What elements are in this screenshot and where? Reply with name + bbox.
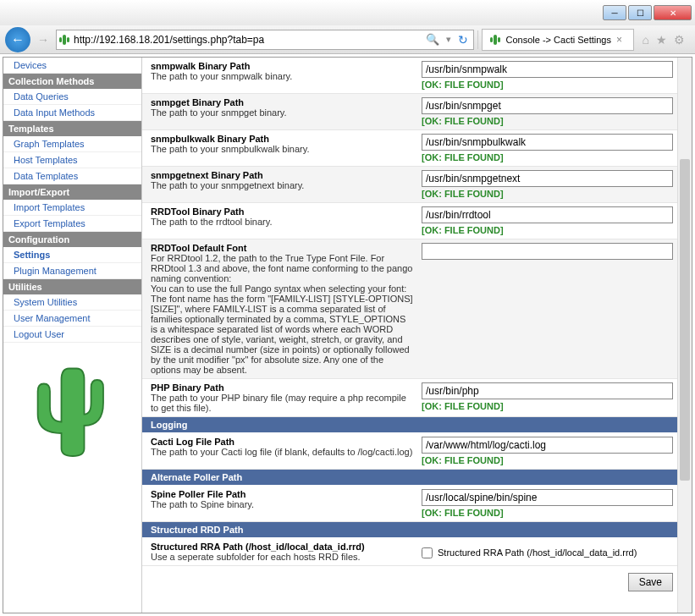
setting-text-input[interactable] [422,134,673,151]
window-titlebar: ─ ☐ ✕ [0,0,695,25]
sidebar-item-data-queries[interactable]: Data Queries [3,89,141,105]
sidebar-item-graph-templates[interactable]: Graph Templates [3,136,141,152]
browser-toolbar: ← → 🔍 ▾ ↻ Console -> Cacti Settings × ⌂ … [0,25,695,54]
section-header: Alternate Poller Path [142,470,681,486]
sidebar-item-export-templates[interactable]: Export Templates [3,216,141,232]
sidebar-header: Import/Export [3,184,141,200]
sidebar-item-import-templates[interactable]: Import Templates [3,200,141,216]
setting-label: snmpget Binary PathThe path to your snmp… [151,97,422,126]
window-maximize-button[interactable]: ☐ [628,5,652,20]
main-content: snmpwalk Binary PathThe path to your snm… [142,58,692,613]
toolbar-divider [477,30,478,49]
tab-title: Console -> Cacti Settings [506,35,611,45]
sidebar-header: Configuration [3,232,141,247]
sidebar-header: Templates [3,121,141,136]
status-ok-message: [OK: FILE FOUND] [422,508,673,518]
refresh-icon[interactable]: ↻ [455,33,472,47]
vertical-scrollbar[interactable] [677,58,692,613]
setting-input-cell: [OK: FILE FOUND] [422,206,673,235]
setting-text-input[interactable] [422,97,673,114]
sidebar-header: Utilities [3,279,141,294]
setting-label: Structured RRA Path (/host_id/local_data… [151,542,422,562]
tools-icon[interactable]: ⚙ [674,33,685,47]
status-ok-message: [OK: FILE FOUND] [422,189,673,199]
window-minimize-button[interactable]: ─ [603,5,626,20]
window-close-button[interactable]: ✕ [654,5,692,20]
site-favicon-icon [58,33,70,47]
setting-text-input[interactable] [422,206,673,223]
setting-text-input[interactable] [422,61,673,78]
structured-rra-checkbox[interactable] [422,547,433,558]
forward-button[interactable]: → [34,30,52,49]
setting-input-cell: [OK: FILE FOUND] [422,134,673,162]
status-ok-message: [OK: FILE FOUND] [422,401,673,411]
setting-row: PHP Binary PathThe path to your PHP bina… [142,379,681,417]
setting-row: snmpbulkwalk Binary PathThe path to your… [142,130,681,167]
setting-row: snmpwalk Binary PathThe path to your snm… [142,58,681,94]
url-input[interactable] [74,34,419,46]
status-ok-message: [OK: FILE FOUND] [422,225,673,235]
sidebar-item-host-templates[interactable]: Host Templates [3,152,141,168]
sidebar-header: Collection Methods [3,74,141,89]
setting-row: Structured RRA Path (/host_id/local_data… [142,538,681,566]
sidebar-item-logout-user[interactable]: Logout User [3,327,141,343]
save-row: Save [142,566,681,598]
setting-label: RRDTool Default FontFor RRDtool 1.2, the… [151,243,422,375]
setting-label: PHP Binary PathThe path to your PHP bina… [151,382,422,413]
sidebar-item-data-input-methods[interactable]: Data Input Methods [3,105,141,121]
checkbox-label: Structured RRA Path (/host_id/local_data… [438,547,637,558]
sidebar-item-data-templates[interactable]: Data Templates [3,168,141,184]
setting-text-input[interactable] [422,170,673,187]
search-icon[interactable]: 🔍 [422,33,443,46]
sidebar-item-devices[interactable]: Devices [3,58,141,74]
dropdown-icon[interactable]: ▾ [446,34,451,45]
setting-row: Spine Poller File PathThe path to Spine … [142,486,681,522]
cactus-logo-icon [35,360,111,461]
setting-input-cell [422,243,673,375]
setting-row: RRDTool Binary PathThe path to the rrdto… [142,203,681,239]
back-button[interactable]: ← [5,27,30,52]
setting-row: snmpgetnext Binary PathThe path to your … [142,167,681,203]
setting-row: snmpget Binary PathThe path to your snmp… [142,94,681,130]
sidebar-item-system-utilities[interactable]: System Utilities [3,294,141,311]
setting-text-input[interactable] [422,437,673,454]
sidebar-item-settings[interactable]: Settings [3,247,141,263]
sidebar: DevicesCollection MethodsData QueriesDat… [3,58,142,613]
setting-label: Cacti Log File PathThe path to your Cact… [151,437,422,465]
setting-input-cell: [OK: FILE FOUND] [422,61,673,90]
home-icon[interactable]: ⌂ [643,33,649,47]
sidebar-item-plugin-management[interactable]: Plugin Management [3,263,141,279]
setting-text-input[interactable] [422,489,673,506]
tab-close-icon[interactable]: × [616,34,622,46]
setting-input-cell: [OK: FILE FOUND] [422,170,673,199]
setting-label: snmpgetnext Binary PathThe path to your … [151,170,422,199]
status-ok-message: [OK: FILE FOUND] [422,455,673,465]
status-ok-message: [OK: FILE FOUND] [422,152,673,162]
setting-input-cell: [OK: FILE FOUND] [422,382,673,413]
status-ok-message: [OK: FILE FOUND] [422,80,673,90]
toolbar-icons: ⌂ ★ ⚙ [637,33,690,47]
setting-input-cell: Structured RRA Path (/host_id/local_data… [422,542,673,562]
setting-label: Spine Poller File PathThe path to Spine … [151,489,422,518]
setting-input-cell: [OK: FILE FOUND] [422,97,673,126]
section-header: Logging [142,417,681,433]
setting-input-cell: [OK: FILE FOUND] [422,489,673,518]
section-header: Structured RRD Path [142,522,681,538]
status-ok-message: [OK: FILE FOUND] [422,116,673,126]
favorites-icon[interactable]: ★ [656,33,667,47]
setting-label: snmpbulkwalk Binary PathThe path to your… [151,134,422,162]
setting-label: snmpwalk Binary PathThe path to your snm… [151,61,422,90]
sidebar-item-user-management[interactable]: User Management [3,311,141,327]
setting-row: Cacti Log File PathThe path to your Cact… [142,433,681,470]
setting-input-cell: [OK: FILE FOUND] [422,437,673,465]
setting-text-input[interactable] [422,243,673,260]
scrollbar-thumb[interactable] [680,159,690,481]
setting-text-input[interactable] [422,382,673,399]
save-button[interactable]: Save [628,573,673,591]
setting-row: RRDTool Default FontFor RRDtool 1.2, the… [142,239,681,379]
setting-label: RRDTool Binary PathThe path to the rrdto… [151,206,422,235]
tab-favicon-icon [489,33,501,47]
browser-tab[interactable]: Console -> Cacti Settings × [482,29,634,51]
address-bar: 🔍 ▾ ↻ [56,30,474,50]
